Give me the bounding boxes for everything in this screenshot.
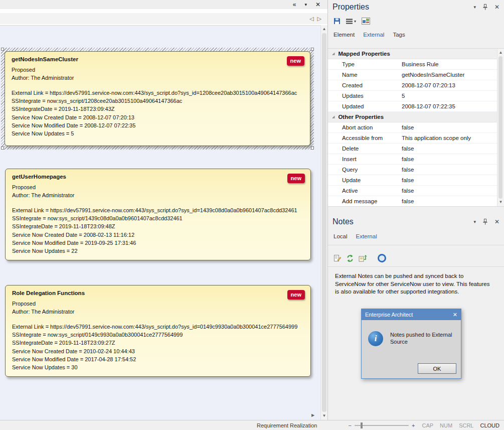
property-group-header[interactable]: ◢Mapped Properties <box>328 49 497 59</box>
property-value: false <box>402 177 414 183</box>
online-source-icon[interactable] <box>378 254 386 262</box>
property-row[interactable]: Abort actionfalse <box>328 122 497 133</box>
status-toggle-num[interactable]: NUM <box>440 422 452 428</box>
collapse-left-icon[interactable]: « <box>293 2 296 8</box>
status-bar: Requirement Realization − + CAPNUMSCRLCL… <box>0 420 504 430</box>
tab-tags[interactable]: Tags <box>393 32 405 38</box>
close-icon[interactable]: ✕ <box>494 218 499 225</box>
status-toggle-scrl[interactable]: SCRL <box>459 422 473 428</box>
nav-forward-icon[interactable]: ▷ <box>317 16 321 22</box>
property-row[interactable]: Accessible fromThis application scope on… <box>328 133 497 144</box>
element-property-line: Service Now Updates = 22 <box>12 247 304 255</box>
properties-dialog-icon[interactable] <box>362 18 370 25</box>
diagram-element[interactable]: getNodesInSameClusternewProposedAuthor: … <box>5 51 310 146</box>
element-properties: External Link = https://dev57991.service… <box>12 323 304 371</box>
selection-handle[interactable] <box>1 48 4 51</box>
property-value: false <box>402 146 414 152</box>
element-property-line: External Link = https://dev57991.service… <box>12 89 304 97</box>
notes-text[interactable]: External Notes can be pushed and synced … <box>335 272 494 296</box>
tab-element[interactable]: Element <box>333 32 355 38</box>
scroll-down-icon[interactable]: ▼ <box>497 200 504 204</box>
zoom-out-icon[interactable]: − <box>349 422 352 428</box>
push-notes-icon[interactable] <box>359 254 367 262</box>
zoom-control: − + <box>349 422 415 428</box>
scroll-right-icon[interactable]: ▶ <box>311 413 314 417</box>
grid-vertical-scrollbar[interactable]: ▲ ▼ <box>497 49 504 206</box>
selection-frame[interactable]: getNodesInSameClusternewProposedAuthor: … <box>1 48 314 150</box>
diagram-element[interactable]: getUserHomepagesnewProposedAuthor: The A… <box>5 169 311 260</box>
element-author: Author: The Administrator <box>12 192 304 198</box>
property-row[interactable]: Updated2008-12-07 07:22:35 <box>328 101 497 112</box>
property-row[interactable]: TypeBusiness Rule <box>328 59 497 70</box>
element-property-line: Service Now Modified Date = 2017-04-28 1… <box>12 355 304 363</box>
property-value: false <box>402 156 414 162</box>
notes-toolbar <box>328 250 504 267</box>
property-grid[interactable]: ◢Mapped PropertiesTypeBusiness RuleNameg… <box>328 49 497 206</box>
dialog-title: Enterprise Architect <box>365 312 413 318</box>
property-value: This application scope only <box>402 135 471 141</box>
pin-icon[interactable] <box>482 4 488 10</box>
status-toggle-cap[interactable]: CAP <box>422 422 433 428</box>
tab-external[interactable]: External <box>356 233 377 239</box>
property-value: false <box>402 198 414 204</box>
element-author: Author: The Administrator <box>12 75 304 81</box>
tab-local[interactable]: Local <box>333 233 348 239</box>
property-label: Active <box>342 188 402 194</box>
ok-button[interactable]: OK <box>418 363 456 374</box>
property-row[interactable]: Queryfalse <box>328 165 497 175</box>
property-row[interactable]: Updatefalse <box>328 175 497 186</box>
element-status: Proposed <box>12 301 304 307</box>
hamburger-menu-icon[interactable]: ▾ <box>346 19 356 24</box>
diagram-element[interactable]: Role Delegation FunctionsnewProposedAuth… <box>5 285 311 377</box>
dropdown-icon[interactable]: ▾ <box>304 3 307 7</box>
refresh-icon[interactable] <box>346 254 354 262</box>
property-group-header[interactable]: ◢Other Properties <box>328 112 497 122</box>
property-row[interactable]: Updates5 <box>328 91 497 101</box>
property-label: Updates <box>342 93 402 99</box>
nav-back-icon[interactable]: ◁ <box>309 16 313 22</box>
selection-handle[interactable] <box>1 147 4 150</box>
scroll-up-icon[interactable]: ▲ <box>497 51 504 55</box>
element-title: Role Delegation Functions <box>12 290 304 296</box>
collapse-icon[interactable]: ◢ <box>332 115 334 119</box>
zoom-slider-thumb[interactable] <box>361 422 363 428</box>
close-icon[interactable]: ✕ <box>453 312 457 318</box>
property-value: false <box>402 124 414 130</box>
property-row[interactable]: NamegetNodesInSameCluster <box>328 70 497 80</box>
dialog-titlebar[interactable]: Enterprise Architect ✕ <box>362 309 461 320</box>
selection-handle[interactable] <box>311 48 314 51</box>
property-row[interactable]: Activefalse <box>328 186 497 196</box>
collapse-icon[interactable]: ◢ <box>332 52 334 56</box>
group-name: Other Properties <box>338 114 384 120</box>
property-row[interactable]: Insertfalse <box>328 154 497 165</box>
element-status: Proposed <box>12 67 304 73</box>
property-row[interactable]: Created2008-12-07 07:20:13 <box>328 80 497 91</box>
scrollbar-thumb[interactable] <box>498 56 502 199</box>
scroll-down-icon[interactable]: ▼ <box>321 414 327 418</box>
scrollbar-thumb[interactable] <box>322 33 326 412</box>
property-row[interactable]: Deletefalse <box>328 144 497 154</box>
pin-icon[interactable] <box>482 219 488 225</box>
property-value: 2008-12-07 07:20:13 <box>402 82 455 88</box>
panel-menu-icon[interactable]: ▾ <box>473 5 476 10</box>
status-toggle-cloud[interactable]: CLOUD <box>480 422 499 428</box>
property-label: Name <box>342 72 402 78</box>
panel-menu-icon[interactable]: ▾ <box>473 219 476 224</box>
edit-note-icon[interactable] <box>333 254 342 262</box>
save-icon[interactable] <box>333 18 341 25</box>
close-icon[interactable]: ✕ <box>494 4 499 11</box>
property-row[interactable]: Add messagefalse <box>328 196 497 206</box>
close-icon[interactable]: ✕ <box>315 2 320 8</box>
diagram-nav-bar: ◁ ▷ <box>0 13 327 24</box>
property-value: false <box>402 167 414 173</box>
zoom-in-icon[interactable]: + <box>412 422 415 428</box>
divider <box>328 245 504 245</box>
diagram-canvas[interactable]: getNodesInSameClusternewProposedAuthor: … <box>0 25 320 420</box>
canvas-vertical-scrollbar[interactable]: ▲ ▼ <box>320 25 327 420</box>
zoom-slider[interactable] <box>355 425 409 426</box>
properties-panel-header: Properties ▾ ✕ <box>328 0 504 14</box>
tab-external[interactable]: External <box>363 32 384 38</box>
property-label: Abort action <box>342 124 402 130</box>
scroll-up-icon[interactable]: ▲ <box>321 27 327 31</box>
selection-handle[interactable] <box>311 147 314 150</box>
